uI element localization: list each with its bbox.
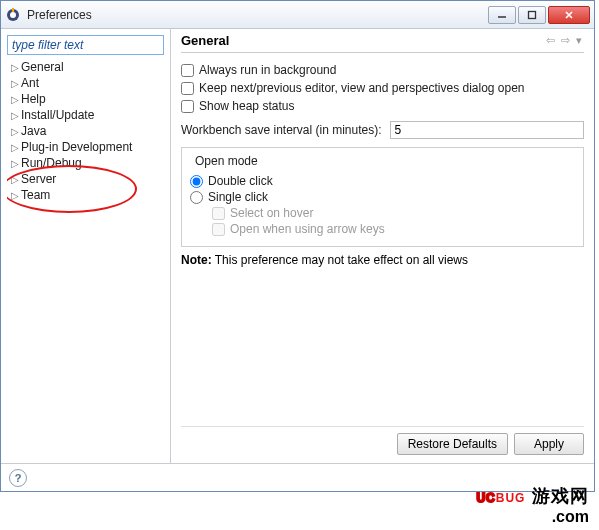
tree-item-ant[interactable]: ▷Ant bbox=[7, 75, 164, 91]
preferences-tree[interactable]: ▷General ▷Ant ▷Help ▷Install/Update ▷Jav… bbox=[7, 59, 164, 457]
note-text: Note: This preference may not take effec… bbox=[181, 253, 584, 267]
double-click-label: Double click bbox=[208, 174, 273, 188]
tree-item-team[interactable]: ▷Team bbox=[7, 187, 164, 203]
tree-item-run-debug[interactable]: ▷Run/Debug bbox=[7, 155, 164, 171]
open-arrow-keys-checkbox bbox=[212, 223, 225, 236]
always-run-bg-label: Always run in background bbox=[199, 63, 336, 77]
double-click-radio[interactable] bbox=[190, 175, 203, 188]
nav-forward-icon[interactable]: ⇨ bbox=[559, 34, 572, 47]
open-mode-group: Open mode Double click Single click Sele… bbox=[181, 147, 584, 247]
tree-item-install-update[interactable]: ▷Install/Update bbox=[7, 107, 164, 123]
save-interval-label: Workbench save interval (in minutes): bbox=[181, 123, 382, 137]
tree-item-server[interactable]: ▷Server bbox=[7, 171, 164, 187]
keep-editor-checkbox[interactable] bbox=[181, 82, 194, 95]
nav-menu-icon[interactable]: ▾ bbox=[574, 34, 584, 47]
always-run-bg-checkbox[interactable] bbox=[181, 64, 194, 77]
show-heap-checkbox[interactable] bbox=[181, 100, 194, 113]
maximize-button[interactable] bbox=[518, 6, 546, 24]
close-button[interactable] bbox=[548, 6, 590, 24]
window-title: Preferences bbox=[27, 8, 488, 22]
svg-point-1 bbox=[10, 12, 16, 18]
restore-defaults-button[interactable]: Restore Defaults bbox=[397, 433, 508, 455]
svg-rect-4 bbox=[529, 11, 536, 18]
save-interval-input[interactable] bbox=[390, 121, 584, 139]
keep-editor-label: Keep next/previous editor, view and pers… bbox=[199, 81, 525, 95]
minimize-button[interactable] bbox=[488, 6, 516, 24]
svg-rect-2 bbox=[12, 8, 14, 12]
panel-heading: General bbox=[181, 33, 544, 48]
tree-item-java[interactable]: ▷Java bbox=[7, 123, 164, 139]
help-icon[interactable]: ? bbox=[9, 469, 27, 487]
select-on-hover-label: Select on hover bbox=[230, 206, 313, 220]
show-heap-label: Show heap status bbox=[199, 99, 294, 113]
app-icon bbox=[5, 7, 21, 23]
apply-button[interactable]: Apply bbox=[514, 433, 584, 455]
open-mode-legend: Open mode bbox=[192, 154, 261, 168]
open-arrow-keys-label: Open when using arrow keys bbox=[230, 222, 385, 236]
filter-input[interactable] bbox=[7, 35, 164, 55]
tree-item-help[interactable]: ▷Help bbox=[7, 91, 164, 107]
select-on-hover-checkbox bbox=[212, 207, 225, 220]
tree-item-plugin-dev[interactable]: ▷Plug-in Development bbox=[7, 139, 164, 155]
nav-back-icon[interactable]: ⇦ bbox=[544, 34, 557, 47]
single-click-radio[interactable] bbox=[190, 191, 203, 204]
single-click-label: Single click bbox=[208, 190, 268, 204]
tree-item-general[interactable]: ▷General bbox=[7, 59, 164, 75]
